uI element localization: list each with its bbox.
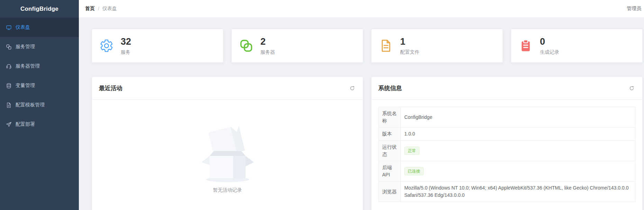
empty-activity-text: 暂无活动记录 [213, 187, 242, 193]
status-badge: 正常 [404, 147, 420, 155]
link-icon [239, 39, 253, 53]
sidebar-item-label: 配置部署 [16, 121, 35, 128]
stat-card-config-files[interactable]: 1 配置文件 [371, 29, 503, 63]
link-icon [6, 44, 12, 50]
breadcrumb-home-link[interactable]: 首页 [85, 6, 95, 12]
database-icon [6, 83, 12, 89]
system-info-title: 系统信息 [378, 84, 402, 92]
sidebar-item-templates[interactable]: 配置模板管理 [0, 95, 79, 115]
recent-activity-title: 最近活动 [99, 84, 122, 92]
stat-label-config-files: 配置文件 [400, 49, 420, 55]
sidebar-item-label: 仪表盘 [16, 24, 30, 30]
breadcrumb-current: 仪表盘 [102, 6, 117, 12]
status-badge: 已连接 [404, 167, 424, 175]
panels-row: 最近活动 [92, 77, 643, 210]
run-status-label: 运行状态 [379, 141, 401, 161]
stat-card-services[interactable]: 32 服务 [92, 29, 223, 63]
sidebar: ConfigBridge 仪表盘 服务管理 [0, 0, 79, 210]
table-row: 版本 1.0.0 [379, 128, 635, 141]
send-icon [6, 122, 12, 128]
document-icon [6, 102, 12, 108]
refresh-icon [350, 86, 355, 91]
system-info-panel: 系统信息 系统名称 ConfigBridge [371, 77, 643, 210]
system-info-table: 系统名称 ConfigBridge 版本 1.0.0 运行状态 正常 [378, 107, 635, 202]
user-menu-trigger[interactable]: 管理员 [627, 6, 641, 12]
document-icon [379, 39, 393, 53]
stat-label-servers: 服务器 [260, 49, 275, 55]
sidebar-item-label: 服务器管理 [16, 63, 40, 69]
main-content: 32 服务 2 服务器 [79, 18, 644, 210]
sidebar-item-label: 配置模板管理 [16, 102, 45, 108]
system-name-label: 系统名称 [379, 107, 401, 128]
refresh-icon [629, 86, 634, 91]
gear-icon [100, 39, 113, 53]
sidebar-item-variables[interactable]: 变量管理 [0, 76, 79, 95]
sidebar-item-deploy[interactable]: 配置部署 [0, 115, 79, 134]
recent-activity-panel: 最近活动 [92, 77, 363, 210]
sidebar-menu: 仪表盘 服务管理 服务器管理 [0, 18, 79, 134]
stat-card-generate-records[interactable]: 0 生成记录 [511, 29, 643, 63]
stat-card-servers[interactable]: 2 服务器 [231, 29, 363, 63]
table-row: 运行状态 正常 [379, 141, 635, 161]
sidebar-item-label: 变量管理 [16, 82, 35, 89]
topbar: 首页 / 仪表盘 管理员 [79, 0, 644, 18]
version-value: 1.0.0 [401, 128, 635, 141]
backend-api-label: 后端 API [379, 161, 401, 182]
table-row: 系统名称 ConfigBridge [379, 107, 635, 128]
stat-value-generate-records: 0 [540, 36, 559, 47]
sidebar-item-services[interactable]: 服务管理 [0, 37, 79, 56]
stat-label-services: 服务 [121, 49, 131, 55]
headset-icon [6, 63, 12, 69]
browser-value: Mozilla/5.0 (Windows NT 10.0; Win64; x64… [401, 182, 635, 202]
empty-box-illustration [200, 125, 255, 184]
monitor-icon [6, 25, 12, 30]
stat-value-servers: 2 [260, 36, 275, 47]
table-row: 后端 API 已连接 [379, 161, 635, 182]
sidebar-item-label: 服务管理 [16, 44, 35, 50]
browser-label: 浏览器 [379, 182, 401, 202]
clipboard-icon [519, 39, 533, 53]
stats-row: 32 服务 2 服务器 [92, 29, 643, 63]
system-name-value: ConfigBridge [401, 107, 635, 128]
app-logo-title: ConfigBridge [0, 0, 79, 18]
breadcrumb-separator: / [98, 6, 99, 11]
version-label: 版本 [379, 128, 401, 141]
stat-label-generate-records: 生成记录 [540, 49, 559, 55]
sidebar-item-dashboard[interactable]: 仪表盘 [0, 18, 79, 37]
refresh-system-info-button[interactable] [628, 85, 635, 92]
table-row: 浏览器 Mozilla/5.0 (Windows NT 10.0; Win64;… [379, 182, 635, 202]
stat-value-services: 32 [121, 36, 131, 47]
refresh-activity-button[interactable] [348, 85, 356, 92]
sidebar-item-servers[interactable]: 服务器管理 [0, 56, 79, 76]
stat-value-config-files: 1 [400, 36, 420, 47]
breadcrumb: 首页 / 仪表盘 [85, 6, 117, 12]
